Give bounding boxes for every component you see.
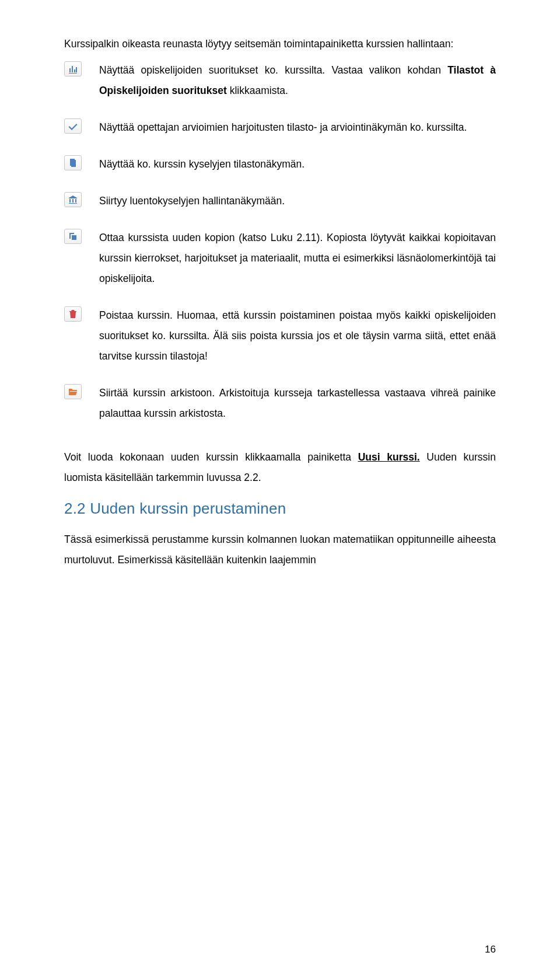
text-segment: Poistaa kurssin. Huomaa, että kurssin po… bbox=[99, 309, 496, 362]
item-description: Näyttää ko. kurssin kyselyjen tilastonäk… bbox=[99, 154, 496, 175]
item-description: Poistaa kurssin. Huomaa, että kurssin po… bbox=[99, 305, 496, 367]
item-description: Siirtää kurssin arkistoon. Arkistoituja … bbox=[99, 383, 496, 424]
icon-cell bbox=[64, 117, 99, 134]
icon-cell bbox=[64, 191, 99, 207]
text-segment: Siirtyy luentokyselyjen hallintanäkymään… bbox=[99, 195, 285, 207]
text-segment: Näyttää opettajan arvioimien harjoituste… bbox=[99, 121, 467, 133]
icon-cell bbox=[64, 305, 99, 322]
item-description: Näyttää opettajan arvioimien harjoituste… bbox=[99, 117, 496, 138]
text-segment: Ottaa kurssista uuden kopion (katso Luku… bbox=[99, 232, 496, 284]
text-segment: Siirtää kurssin arkistoon. Arkistoituja … bbox=[99, 387, 496, 419]
copy-icon bbox=[68, 232, 78, 241]
list-item: Näyttää opettajan arvioimien harjoituste… bbox=[64, 117, 496, 138]
list-item: Ottaa kurssista uuden kopion (katso Luku… bbox=[64, 228, 496, 289]
clipboard-icon bbox=[68, 158, 78, 168]
folder-icon bbox=[68, 387, 78, 396]
item-description: Siirtyy luentokyselyjen hallintanäkymään… bbox=[99, 191, 496, 211]
list-item: Siirtyy luentokyselyjen hallintanäkymään… bbox=[64, 191, 496, 211]
bar-chart-icon-button[interactable] bbox=[64, 61, 82, 76]
icon-cell bbox=[64, 154, 99, 170]
text-segment: Näyttää opiskelijoiden suoritukset ko. k… bbox=[99, 64, 447, 76]
intro-text: Kurssipalkin oikeasta reunasta löytyy se… bbox=[64, 34, 496, 54]
item-description: Näyttää opiskelijoiden suoritukset ko. k… bbox=[99, 60, 496, 101]
bar-chart-icon bbox=[68, 64, 78, 74]
list-item: Näyttää opiskelijoiden suoritukset ko. k… bbox=[64, 60, 496, 101]
text-segment: Näyttää ko. kurssin kyselyjen tilastonäk… bbox=[99, 158, 304, 170]
paragraph-section-body: Tässä esimerkissä perustamme kurssin kol… bbox=[64, 529, 496, 570]
list-item: Näyttää ko. kurssin kyselyjen tilastonäk… bbox=[64, 154, 496, 175]
button-label-bold: Uusi kurssi. bbox=[358, 451, 420, 463]
folder-icon-button[interactable] bbox=[64, 384, 82, 399]
page-number: 16 bbox=[485, 944, 496, 955]
paragraph-new-course: Voit luoda kokonaan uuden kurssin klikka… bbox=[64, 447, 496, 488]
clipboard-icon-button[interactable] bbox=[64, 155, 82, 170]
section-heading: 2.2 Uuden kurssin perustaminen bbox=[64, 500, 496, 518]
copy-icon-button[interactable] bbox=[64, 229, 82, 244]
text-segment: Voit luoda kokonaan uuden kurssin klikka… bbox=[64, 451, 358, 463]
trash-icon bbox=[68, 309, 78, 319]
icon-cell bbox=[64, 383, 99, 399]
check-icon-button[interactable] bbox=[64, 118, 82, 134]
institution-icon bbox=[68, 195, 78, 204]
text-segment: klikkaamista. bbox=[227, 85, 288, 96]
document-page: Kurssipalkin oikeasta reunasta löytyy se… bbox=[0, 0, 560, 973]
check-icon bbox=[68, 121, 78, 131]
list-item: Poistaa kurssin. Huomaa, että kurssin po… bbox=[64, 305, 496, 367]
item-description: Ottaa kurssista uuden kopion (katso Luku… bbox=[99, 228, 496, 289]
institution-icon-button[interactable] bbox=[64, 192, 82, 207]
trash-icon-button[interactable] bbox=[64, 306, 82, 322]
icon-cell bbox=[64, 228, 99, 244]
list-item: Siirtää kurssin arkistoon. Arkistoituja … bbox=[64, 383, 496, 424]
icon-list: Näyttää opiskelijoiden suoritukset ko. k… bbox=[64, 60, 496, 424]
icon-cell bbox=[64, 60, 99, 76]
